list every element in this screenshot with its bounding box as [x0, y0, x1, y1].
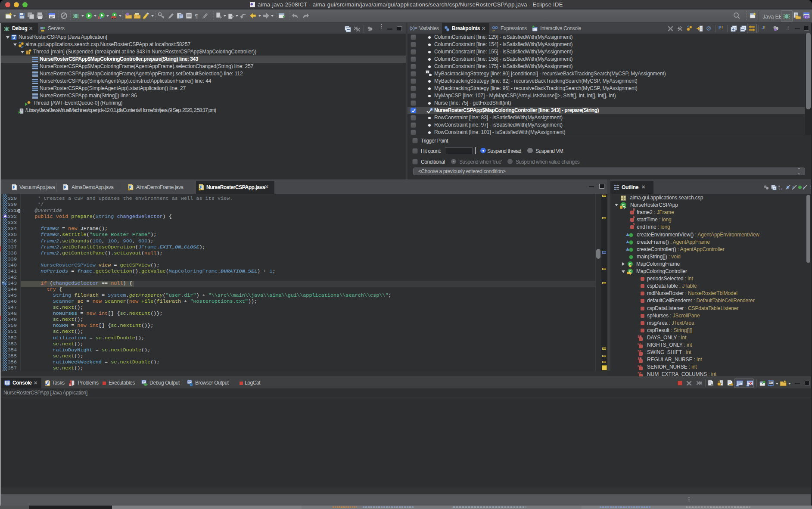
svg-text:J: J	[130, 186, 131, 189]
svg-text:a: a	[778, 185, 780, 188]
svg-text:J: J	[200, 186, 202, 189]
svg-text:J: J	[13, 186, 15, 189]
svg-text:J: J	[13, 36, 15, 40]
svg-text:<?>: <?>	[805, 16, 810, 19]
svg-text:J: J	[65, 186, 66, 189]
svg-text:z: z	[781, 187, 783, 190]
